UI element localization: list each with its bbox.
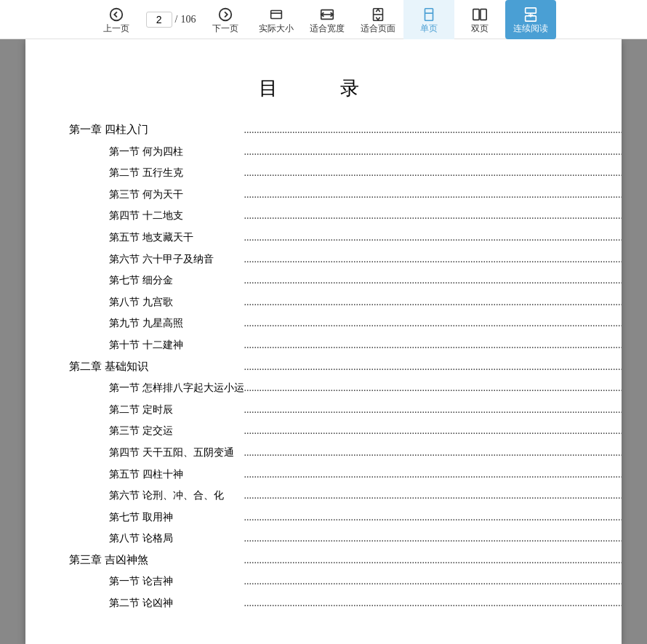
toc-text-8: 第八节 九宫歌: [69, 291, 244, 313]
svg-rect-10: [473, 9, 479, 20]
fit-width-button[interactable]: 适合宽度: [302, 0, 353, 39]
actual-size-icon: [268, 7, 284, 23]
fit-page-icon: [370, 7, 386, 23]
toc-entry-5: 第五节 地支藏天干10: [69, 226, 622, 248]
toc-text-19: 第八节 论格局: [69, 527, 244, 549]
single-label: 单页: [420, 24, 438, 33]
toc-dots-21: [244, 570, 622, 592]
content-area: 目 录 第一章 四柱入门1第一节 何为四柱1第二节 五行生克1第三节 何为天干3…: [0, 39, 647, 644]
toc-dots-20: [244, 549, 622, 571]
toc-entry-16: 第五节 四柱十神23: [69, 463, 622, 485]
next-label: 下一页: [212, 24, 238, 33]
svg-point-0: [110, 8, 123, 20]
fit-page-button[interactable]: 适合页面: [353, 0, 403, 39]
single-page-button[interactable]: 单页: [403, 0, 454, 39]
toc-text-5: 第五节 地支藏天干: [69, 226, 244, 248]
continuous-reading-button[interactable]: 连续阅读: [505, 0, 556, 39]
svg-rect-2: [271, 10, 282, 18]
toc-text-21: 第一节 论吉神: [69, 570, 244, 592]
toc-text-12: 第一节 怎样排八字起大运小运: [69, 377, 244, 398]
toc-dots-17: [244, 484, 622, 506]
toc-dots-6: [244, 248, 622, 270]
actual-size-label: 实际大小: [259, 24, 294, 33]
toc-dots-9: [244, 312, 622, 334]
toc-dots-16: [244, 463, 622, 485]
toc-entry-20: 第三章 吉凶神煞27: [69, 549, 622, 571]
toc-text-10: 第十节 十二建神: [69, 334, 244, 355]
toc-text-16: 第五节 四柱十神: [69, 463, 244, 485]
prev-icon: [108, 7, 124, 23]
toc-dots-5: [244, 226, 622, 248]
toc-text-7: 第七节 细分金: [69, 269, 244, 291]
single-page-icon: [421, 7, 437, 23]
toc-text-0: 第一章 四柱入门: [69, 118, 244, 140]
toc-text-1: 第一节 何为四柱: [69, 140, 244, 162]
double-page-button[interactable]: 双页: [454, 0, 505, 39]
toc-text-9: 第九节 九星高照: [69, 312, 244, 334]
toc-entry-18: 第七节 取用神25: [69, 506, 622, 528]
toc-entry-11: 第二章 基础知识16: [69, 355, 622, 377]
toc-entry-4: 第四节 十二地支5: [69, 204, 622, 226]
toc-text-17: 第六节 论刑、冲、合、化: [69, 484, 244, 506]
toc-entry-17: 第六节 论刑、冲、合、化24: [69, 484, 622, 506]
fit-width-icon: [319, 7, 335, 23]
toc-entry-15: 第四节 天干五阳、五阴变通22: [69, 441, 622, 463]
toc-dots-3: [244, 183, 622, 205]
toc-text-13: 第二节 定时辰: [69, 398, 244, 420]
svg-rect-12: [526, 7, 537, 12]
toc-entry-13: 第二节 定时辰20: [69, 398, 622, 420]
toc-entry-19: 第八节 论格局25: [69, 527, 622, 549]
page-number-input[interactable]: [146, 12, 172, 28]
toc-entry-10: 第十节 十二建神14: [69, 334, 622, 355]
toc-entry-14: 第三节 定交运21: [69, 419, 622, 441]
prev-page-button[interactable]: 上一页: [91, 0, 142, 39]
toc-dots-11: [244, 355, 622, 377]
toc-entry-2: 第二节 五行生克1: [69, 161, 622, 183]
toc-dots-8: [244, 291, 622, 313]
toc-entry-22: 第二节 论凶神: [69, 592, 622, 613]
toc-text-20: 第三章 吉凶神煞: [69, 549, 244, 571]
toc-text-18: 第七节 取用神: [69, 506, 244, 528]
fit-width-label: 适合宽度: [310, 24, 345, 33]
actual-size-button[interactable]: 实际大小: [251, 0, 302, 39]
toc-text-4: 第四节 十二地支: [69, 204, 244, 226]
toc-entry-3: 第三节 何为天干3: [69, 183, 622, 205]
svg-point-1: [220, 8, 232, 20]
toc-title: 目 录: [69, 76, 578, 101]
continuous-label: 连续阅读: [513, 24, 548, 33]
prev-label: 上一页: [103, 24, 129, 33]
toc-entry-7: 第七节 细分金12: [69, 269, 622, 291]
toc-dots-7: [244, 269, 622, 291]
toc-text-15: 第四节 天干五阳、五阴变通: [69, 441, 244, 463]
toc-text-11: 第二章 基础知识: [69, 355, 244, 377]
toc-table: 第一章 四柱入门1第一节 何为四柱1第二节 五行生克1第三节 何为天干3第四节 …: [69, 118, 622, 613]
toc-text-3: 第三节 何为天干: [69, 183, 244, 205]
toc-entry-0: 第一章 四柱入门1: [69, 118, 622, 140]
toc-text-22: 第二节 论凶神: [69, 592, 244, 613]
toc-entry-6: 第六节 六十甲子及纳音10: [69, 248, 622, 270]
toc-entry-12: 第一节 怎样排八字起大运小运16: [69, 377, 622, 398]
toc-dots-12: [244, 377, 622, 398]
toc-entry-21: 第一节 论吉神27: [69, 570, 622, 592]
toc-dots-19: [244, 527, 622, 549]
toc-dots-10: [244, 334, 622, 355]
toc-dots-15: [244, 441, 622, 463]
fit-page-label: 适合页面: [361, 24, 395, 33]
toc-text-6: 第六节 六十甲子及纳音: [69, 248, 244, 270]
double-page-icon: [472, 7, 488, 23]
toc-dots-14: [244, 419, 622, 441]
toc-dots-1: [244, 140, 622, 162]
toc-entry-9: 第九节 九星高照13: [69, 312, 622, 334]
next-page-button[interactable]: 下一页: [200, 0, 251, 39]
continuous-icon: [523, 7, 539, 23]
page-indicator: / 106: [142, 12, 200, 28]
next-icon: [217, 7, 233, 23]
double-label: 双页: [471, 24, 489, 33]
total-pages: 106: [180, 14, 196, 25]
toc-dots-4: [244, 204, 622, 226]
toolbar: 上一页 / 106 下一页 实际大小: [0, 0, 647, 39]
toc-dots-13: [244, 398, 622, 420]
toc-dots-0: [244, 118, 622, 140]
svg-rect-8: [425, 8, 433, 20]
toc-dots-2: [244, 161, 622, 183]
